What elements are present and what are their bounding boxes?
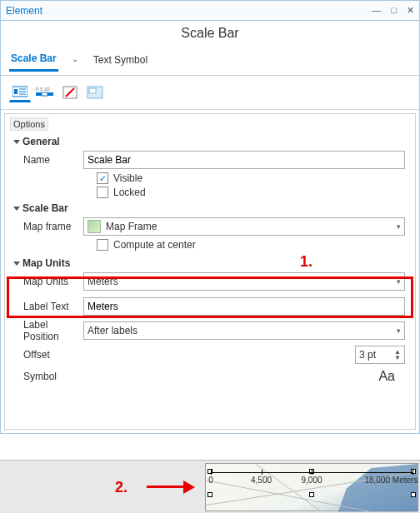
- caret-down-icon: [13, 261, 20, 266]
- map-units-select[interactable]: Meters ▾: [83, 272, 405, 291]
- name-label: Name: [10, 154, 83, 166]
- minimize-icon[interactable]: —: [372, 5, 381, 16]
- svg-text:0 5 10: 0 5 10: [36, 87, 50, 92]
- label-text-label: Label Text: [10, 301, 83, 312]
- tab-strip: Scale Bar ⌄ Text Symbol: [1, 49, 419, 76]
- map-frame-icon: [88, 220, 101, 233]
- options-heading: Options: [10, 117, 48, 131]
- display-icon[interactable]: [84, 82, 106, 102]
- offset-stepper[interactable]: 3 pt ▲▼: [355, 346, 405, 364]
- map-frame-label: Map frame: [10, 221, 83, 232]
- group-scale-bar[interactable]: Scale Bar: [10, 201, 410, 217]
- properties-icon[interactable]: [9, 82, 31, 102]
- svg-rect-1: [14, 89, 18, 94]
- visible-label: Visible: [113, 172, 142, 184]
- svg-rect-8: [48, 92, 53, 96]
- close-icon[interactable]: ✕: [407, 5, 414, 16]
- tab-scale-bar[interactable]: Scale Bar: [9, 49, 58, 72]
- group-general[interactable]: General: [10, 134, 410, 151]
- symbol-label: Symbol: [10, 371, 83, 382]
- compute-center-checkbox[interactable]: [97, 239, 108, 251]
- maximize-icon[interactable]: □: [391, 5, 397, 16]
- spinner-icon: ▲▼: [394, 349, 401, 361]
- tool-icon-row: 0 5 10: [1, 76, 419, 110]
- map-frame-select[interactable]: Map Frame ▾: [83, 217, 405, 236]
- caret-down-icon: [13, 207, 20, 211]
- caret-down-icon: [13, 140, 20, 144]
- group-map-units[interactable]: Map Units: [10, 256, 410, 272]
- tab-text-symbol[interactable]: Text Symbol: [92, 51, 149, 71]
- divisions-icon[interactable]: 0 5 10: [34, 82, 56, 102]
- scale-bar-line: [211, 472, 412, 473]
- annotation-number-2: 2.: [115, 479, 128, 496]
- map-units-label: Map Units: [10, 276, 83, 287]
- chevron-down-icon[interactable]: ⌄: [72, 54, 78, 67]
- annotation-number-1: 1.: [300, 253, 312, 271]
- offset-label: Offset: [10, 349, 83, 361]
- label-position-label: Label Position: [10, 319, 83, 342]
- svg-rect-12: [89, 88, 96, 93]
- chevron-down-icon: ▾: [397, 326, 401, 335]
- compute-center-label: Compute at center: [113, 239, 196, 251]
- symbol-button[interactable]: Aa: [83, 369, 405, 384]
- svg-rect-6: [36, 92, 42, 96]
- panel-heading: Scale Bar: [1, 21, 419, 49]
- mini-map-preview: 0 4,500 9,000 18,000 Meters: [205, 463, 418, 511]
- options-container: Options General Name ✓ Visible Locked Sc…: [4, 113, 416, 430]
- label-text-input[interactable]: [83, 297, 405, 316]
- scale-bar-labels: 0 4,500 9,000 18,000 Meters: [211, 476, 412, 486]
- visible-checkbox[interactable]: ✓: [97, 172, 108, 184]
- chevron-down-icon: ▾: [397, 277, 401, 286]
- svg-marker-13: [338, 464, 418, 512]
- name-input[interactable]: [83, 151, 405, 169]
- scale-bar-element[interactable]: 0 4,500 9,000 18,000 Meters: [211, 472, 412, 486]
- layout-preview-strip: 2. 0 4,500 9,: [0, 460, 420, 513]
- locked-label: Locked: [113, 187, 146, 198]
- annotation-arrow: [147, 486, 183, 488]
- locked-checkbox[interactable]: [97, 187, 108, 198]
- panel-title: Element: [6, 5, 372, 17]
- svg-rect-7: [42, 92, 48, 96]
- chevron-down-icon: ▾: [397, 222, 401, 231]
- titlebar: Element — □ ✕: [1, 1, 419, 21]
- label-position-select[interactable]: After labels ▾: [83, 321, 405, 340]
- element-panel: Element — □ ✕ Scale Bar Scale Bar ⌄ Text…: [0, 0, 420, 434]
- marks-icon[interactable]: [59, 82, 81, 102]
